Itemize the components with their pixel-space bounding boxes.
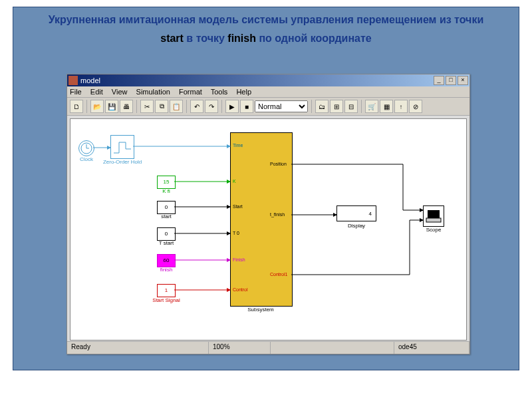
port-control: Control — [233, 287, 248, 292]
print-button[interactable]: 🖶 — [120, 100, 133, 113]
zoh-label: Zero-Order Hold — [102, 159, 142, 165]
port-t0: T 0 — [233, 231, 239, 235]
tool-btn-3[interactable]: ⊟ — [344, 100, 358, 113]
menu-tools[interactable]: Tools — [211, 88, 228, 96]
subsystem-label: Subsystem — [241, 307, 281, 313]
kfi-block[interactable]: 15 — [157, 176, 176, 189]
menu-help[interactable]: Help — [236, 88, 251, 96]
separator — [136, 100, 137, 113]
paste-button[interactable]: 📋 — [170, 100, 183, 113]
display-block[interactable]: 4 — [336, 205, 376, 221]
window-title: model — [80, 76, 434, 84]
play-button[interactable]: ▶ — [225, 100, 239, 113]
port-position: Position — [270, 162, 287, 166]
port-time: Time — [233, 143, 243, 148]
menu-edit[interactable]: Edit — [90, 88, 103, 96]
port-start: Start — [233, 204, 243, 209]
tool-btn-2[interactable]: ⊞ — [330, 100, 343, 113]
tool-btn-1[interactable]: 🗂 — [315, 100, 329, 113]
menu-file[interactable]: File — [70, 88, 82, 96]
minimize-button[interactable]: _ — [434, 76, 444, 85]
tstart-label: T start — [146, 240, 186, 246]
separator — [221, 100, 222, 113]
start-const-block[interactable]: 0 — [157, 201, 176, 214]
port-tfinish: t_finish — [270, 212, 285, 217]
clock-icon — [79, 141, 94, 156]
slide-caption: Укрупненная имитационная модель системы … — [13, 7, 519, 48]
app-icon — [68, 76, 78, 85]
port-control1: Control1 — [270, 272, 287, 277]
separator — [311, 100, 312, 113]
model-canvas[interactable]: Clock Zero-Order Hold 15 K fi 0 start 0 … — [70, 118, 467, 340]
tool-btn-6[interactable]: ↑ — [394, 100, 408, 113]
close-button[interactable]: × — [458, 76, 468, 85]
new-button[interactable]: 🗋 — [70, 100, 83, 113]
zoh-icon — [111, 136, 134, 158]
toolbar: 🗋 📂 💾 🖶 ✂ ⧉ 📋 ↶ ↷ ▶ ■ Normal 🗂 ⊞ ⊟ 🛒 ▦ — [67, 98, 469, 116]
open-button[interactable]: 📂 — [90, 100, 104, 113]
cut-button[interactable]: ✂ — [140, 100, 154, 113]
copy-button[interactable]: ⧉ — [155, 100, 168, 113]
svg-rect-4 — [426, 218, 441, 222]
kfi-label: K fi — [146, 188, 186, 194]
scope-block[interactable] — [423, 205, 444, 227]
finish-const-label: finish — [146, 267, 186, 273]
svg-rect-3 — [428, 210, 440, 218]
status-zoom: 100% — [209, 342, 271, 354]
tstart-block[interactable]: 0 — [157, 227, 176, 241]
scope-icon — [424, 206, 444, 226]
maximize-button[interactable]: □ — [446, 76, 456, 85]
stop-button[interactable]: ■ — [240, 100, 253, 113]
finish-const-block[interactable]: 60 — [157, 254, 176, 267]
clock-label: Clock — [66, 156, 106, 162]
display-label: Display — [336, 223, 376, 229]
menubar: File Edit View Simulation Format Tools H… — [67, 86, 469, 98]
port-finish: Finish — [233, 257, 245, 262]
status-ready: Ready — [67, 342, 209, 354]
undo-button[interactable]: ↶ — [190, 100, 203, 113]
start-signal-block[interactable]: 1 — [157, 284, 176, 297]
separator — [361, 100, 362, 113]
separator — [186, 100, 187, 113]
window-buttons: _ □ × — [434, 76, 468, 85]
save-button[interactable]: 💾 — [105, 100, 118, 113]
scope-label: Scope — [414, 227, 454, 233]
caption-line2: start в точку finish по одной координате — [40, 31, 492, 46]
simulink-window: model _ □ × File Edit View Simulation Fo… — [66, 74, 470, 354]
redo-button[interactable]: ↷ — [205, 100, 218, 113]
statusbar: Ready 100% ode45 — [67, 341, 469, 354]
menu-view[interactable]: View — [112, 88, 128, 96]
start-signal-label: Start Signal — [146, 297, 186, 303]
status-solver: ode45 — [394, 342, 469, 354]
menu-format[interactable]: Format — [179, 88, 202, 96]
status-empty — [271, 342, 394, 354]
clock-block[interactable] — [78, 140, 94, 156]
tool-btn-7[interactable]: ⊘ — [409, 100, 422, 113]
titlebar: model _ □ × — [67, 74, 469, 86]
port-k: K — [233, 179, 236, 184]
caption-line1: Укрупненная имитационная модель системы … — [40, 13, 492, 27]
tool-btn-5[interactable]: ▦ — [380, 100, 393, 113]
menu-simulation[interactable]: Simulation — [136, 88, 170, 96]
slide-background: Укрупненная имитационная модель системы … — [13, 7, 519, 370]
subsystem-block[interactable] — [230, 132, 293, 307]
start-const-label: start — [146, 213, 186, 219]
simulation-mode-select[interactable]: Normal — [255, 100, 308, 112]
tool-btn-4[interactable]: 🛒 — [365, 100, 378, 113]
zoh-block[interactable] — [110, 135, 134, 159]
separator — [86, 100, 87, 113]
